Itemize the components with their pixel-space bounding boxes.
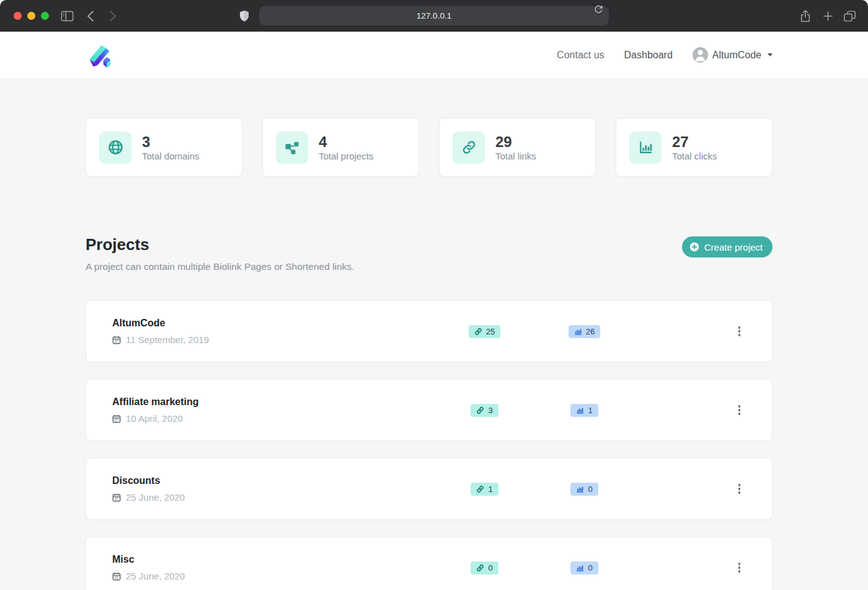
project-links-badge[interactable]: 0 xyxy=(471,561,498,574)
plus-circle-icon xyxy=(689,242,699,252)
project-clicks-badge[interactable]: 0 xyxy=(570,561,598,574)
calendar-icon xyxy=(112,572,121,581)
project-clicks-count: 26 xyxy=(586,327,595,336)
stat-card: 27 Total clicks xyxy=(616,118,773,177)
stat-label: Total clicks xyxy=(672,151,717,161)
chart-bar-icon xyxy=(576,406,584,414)
calendar-icon xyxy=(112,414,121,423)
reload-icon[interactable] xyxy=(594,4,603,14)
avatar xyxy=(693,47,708,63)
forward-icon xyxy=(109,10,117,22)
link-icon xyxy=(474,328,482,336)
project-links-count: 3 xyxy=(488,406,492,415)
link-icon xyxy=(476,406,484,414)
stat-value: 27 xyxy=(672,133,717,151)
project-row: AltumCode 11 September, 2019 25 xyxy=(86,300,773,362)
project-date: 11 September, 2019 xyxy=(112,334,435,345)
link-icon xyxy=(453,132,485,164)
project-clicks-badge[interactable]: 0 xyxy=(570,483,598,496)
url-text: 127.0.0.1 xyxy=(417,11,451,20)
project-options-icon[interactable] xyxy=(735,559,745,576)
project-links-badge[interactable]: 3 xyxy=(471,404,498,417)
chart-bar-icon xyxy=(576,564,584,572)
project-row: Misc 25 June, 2020 0 xyxy=(86,537,773,590)
privacy-shield-icon[interactable] xyxy=(239,10,249,22)
project-links-badge[interactable]: 1 xyxy=(471,483,498,496)
dashboard-page: 3 Total domains 4 Total projects xyxy=(0,79,868,590)
project-clicks-badge[interactable]: 1 xyxy=(570,404,598,417)
close-window-button[interactable] xyxy=(14,12,22,20)
project-name: Misc xyxy=(112,554,435,565)
stat-card: 3 Total domains xyxy=(86,118,242,177)
nav-link-contact-us[interactable]: Contact us xyxy=(557,50,604,61)
stat-card: 4 Total projects xyxy=(262,118,419,177)
user-name: AltumCode xyxy=(712,50,761,61)
project-clicks-count: 0 xyxy=(588,485,592,494)
create-project-button[interactable]: Create project xyxy=(682,236,773,257)
project-clicks-badge[interactable]: 26 xyxy=(569,325,600,338)
project-row: Affiliate marketing 10 April, 2020 3 xyxy=(86,379,773,441)
back-icon[interactable] xyxy=(87,10,94,22)
sidebar-toggle-icon[interactable] xyxy=(61,11,74,22)
calendar-icon xyxy=(112,336,121,344)
chart-bar-icon xyxy=(629,132,662,164)
stat-value: 4 xyxy=(319,133,373,151)
stat-value: 29 xyxy=(495,133,536,151)
top-navbar: Contact us Dashboard AltumCode xyxy=(0,32,868,79)
new-tab-icon[interactable] xyxy=(822,10,834,22)
project-list: AltumCode 11 September, 2019 25 xyxy=(86,300,773,590)
stat-label: Total links xyxy=(495,151,536,161)
project-date-text: 10 April, 2020 xyxy=(126,413,183,424)
browser-chrome: 127.0.0.1 xyxy=(0,0,868,32)
chart-bar-icon xyxy=(574,328,582,336)
project-name: Discounts xyxy=(112,475,435,486)
project-links-count: 25 xyxy=(486,327,495,336)
zoom-window-button[interactable] xyxy=(41,12,49,20)
project-name: Affiliate marketing xyxy=(112,396,435,408)
stats-row: 3 Total domains 4 Total projects xyxy=(86,118,773,177)
project-links-count: 1 xyxy=(488,485,492,494)
address-bar[interactable]: 127.0.0.1 xyxy=(259,6,609,25)
project-diagram-icon xyxy=(276,132,308,164)
project-name: AltumCode xyxy=(112,318,435,329)
window-controls[interactable] xyxy=(14,12,49,20)
project-date-text: 11 September, 2019 xyxy=(126,334,209,345)
project-links-badge[interactable]: 25 xyxy=(469,325,500,338)
page-subtitle: A project can contain multiple Biolink P… xyxy=(86,261,354,272)
user-dropdown-toggle[interactable]: AltumCode xyxy=(693,47,773,63)
globe-icon xyxy=(99,132,131,164)
project-clicks-count: 1 xyxy=(588,406,592,415)
project-date: 25 June, 2020 xyxy=(112,571,435,581)
nav-link-dashboard[interactable]: Dashboard xyxy=(624,50,673,61)
project-clicks-count: 0 xyxy=(588,563,592,573)
minimize-window-button[interactable] xyxy=(27,12,35,20)
project-date: 10 April, 2020 xyxy=(112,413,435,424)
stat-value: 3 xyxy=(142,133,200,151)
project-row: Discounts 25 June, 2020 1 xyxy=(86,458,773,520)
altumcode-logo[interactable] xyxy=(86,41,114,69)
project-links-count: 0 xyxy=(488,563,492,573)
project-date-text: 25 June, 2020 xyxy=(126,492,185,503)
project-date: 25 June, 2020 xyxy=(112,492,435,503)
link-icon xyxy=(476,564,484,572)
project-options-icon[interactable] xyxy=(735,323,745,340)
share-icon[interactable] xyxy=(800,9,811,23)
stat-card: 29 Total links xyxy=(439,118,596,177)
link-icon xyxy=(476,485,484,493)
page-title: Projects xyxy=(86,235,354,254)
stat-label: Total domains xyxy=(142,151,200,161)
tab-overview-icon[interactable] xyxy=(843,10,856,22)
chevron-down-icon xyxy=(768,53,773,56)
calendar-icon xyxy=(112,493,121,502)
project-date-text: 25 June, 2020 xyxy=(126,571,185,581)
project-options-icon[interactable] xyxy=(735,480,745,498)
create-project-label: Create project xyxy=(704,242,763,253)
chart-bar-icon xyxy=(576,485,584,493)
project-options-icon[interactable] xyxy=(735,401,745,419)
stat-label: Total projects xyxy=(319,151,373,161)
